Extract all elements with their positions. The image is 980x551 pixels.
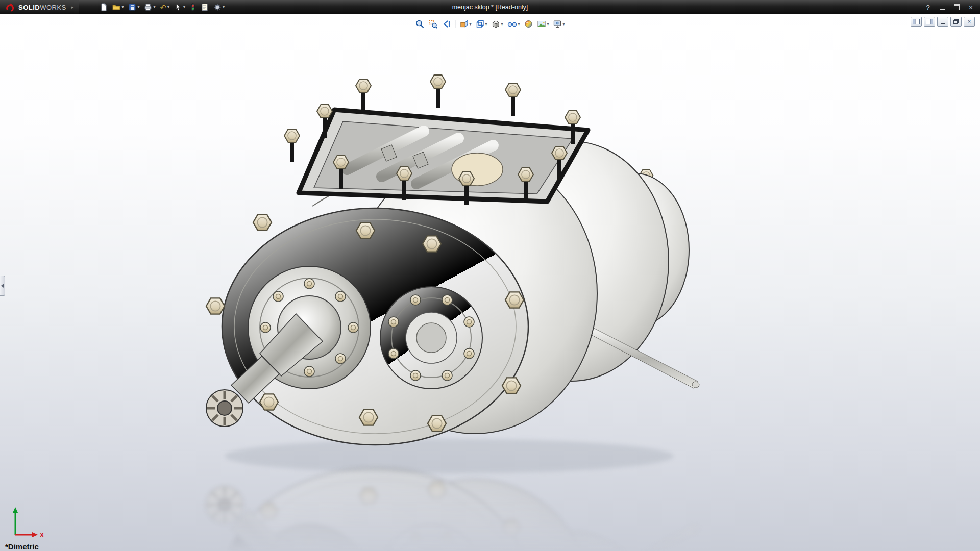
- minimize-document-icon: [941, 23, 945, 24]
- select-button[interactable]: ▾: [173, 1, 187, 13]
- model-reflection: [206, 468, 699, 551]
- zoom-to-fit-button[interactable]: [414, 19, 425, 29]
- display-style-icon: [491, 19, 500, 29]
- feature-manager-pane-icon: [913, 19, 920, 24]
- dassault-3ds-logo: [5, 3, 15, 12]
- view-orientation-icon: [475, 19, 484, 29]
- hide-show-items-icon: [507, 19, 518, 29]
- select-dropdown-caret[interactable]: ▾: [183, 5, 185, 9]
- zoom-to-area-button[interactable]: [427, 19, 438, 29]
- display-pane-button[interactable]: [924, 17, 935, 27]
- titlebar: SOLIDWORKS ▸ ▾ ▾: [0, 0, 980, 14]
- view-orientation-button[interactable]: ▾: [474, 19, 488, 29]
- display-style-caret[interactable]: ▾: [501, 22, 503, 27]
- main-toolbar: ▾ ▾ ▾ ↶ ▾ ▾: [98, 1, 226, 13]
- maximize-icon: [954, 4, 960, 10]
- brand-text-works: WORKS: [40, 4, 66, 11]
- document-title: menjac sklop * [Read-only]: [452, 4, 528, 11]
- gearbox-3d-model: [0, 14, 980, 551]
- rebuild-stoplight-icon: [190, 3, 196, 11]
- undo-button[interactable]: ↶ ▾: [158, 1, 171, 13]
- edit-appearance-button[interactable]: [523, 19, 534, 29]
- zoom-to-area-icon: [428, 19, 437, 29]
- apply-scene-caret[interactable]: ▾: [547, 22, 549, 27]
- heads-up-view-toolbar: ▾ ▾ ▾ ▾: [409, 17, 571, 31]
- restore-document-button[interactable]: [950, 17, 962, 27]
- undo-dropdown-caret[interactable]: ▾: [167, 5, 169, 9]
- options-button[interactable]: ▾: [212, 1, 226, 13]
- options-dropdown-caret[interactable]: ▾: [223, 5, 225, 9]
- zoom-to-fit-icon: [415, 19, 424, 29]
- panel-expand-arrow-icon: [1, 284, 4, 288]
- x-axis-label: X: [40, 532, 44, 539]
- hide-show-items-caret[interactable]: ▾: [518, 22, 520, 27]
- rebuild-button[interactable]: [188, 1, 198, 13]
- section-view-caret[interactable]: ▾: [469, 22, 471, 27]
- print-dropdown-caret[interactable]: ▾: [153, 5, 155, 9]
- undo-icon: ↶: [160, 4, 166, 11]
- new-document-button[interactable]: [98, 1, 109, 13]
- open-button[interactable]: ▾: [111, 1, 125, 13]
- apply-scene-button[interactable]: ▾: [536, 19, 550, 29]
- previous-view-button[interactable]: [440, 19, 452, 29]
- close-button[interactable]: ×: [965, 3, 977, 12]
- save-floppy-icon: [128, 3, 136, 11]
- previous-view-icon: [442, 19, 451, 29]
- view-settings-icon: [553, 19, 562, 29]
- help-button[interactable]: ?: [922, 3, 934, 12]
- display-pane-icon: [926, 19, 933, 24]
- app-brand: SOLIDWORKS ▸: [0, 0, 79, 14]
- minimize-button[interactable]: [936, 3, 948, 12]
- maximize-button[interactable]: [950, 3, 963, 12]
- minimize-document-button[interactable]: [937, 17, 948, 27]
- file-properties-icon: [201, 3, 209, 11]
- edit-appearance-icon: [524, 19, 533, 29]
- options-gear-icon: [213, 3, 222, 11]
- view-settings-caret[interactable]: ▾: [563, 22, 565, 27]
- print-button[interactable]: ▾: [142, 1, 157, 13]
- section-view-button[interactable]: ▾: [458, 19, 472, 29]
- display-style-button[interactable]: ▾: [490, 19, 504, 29]
- hide-show-items-button[interactable]: ▾: [506, 19, 521, 29]
- section-view-icon: [459, 19, 469, 29]
- open-dropdown-caret[interactable]: ▾: [121, 5, 124, 9]
- feature-manager-collapsed-tab[interactable]: [0, 276, 5, 296]
- file-properties-button[interactable]: [199, 1, 210, 13]
- view-settings-button[interactable]: ▾: [552, 19, 566, 29]
- open-folder-icon: [112, 3, 120, 11]
- reference-triad: X: [8, 503, 49, 540]
- graphics-viewport[interactable]: ▾ ▾ ▾ ▾: [0, 14, 980, 551]
- minimize-icon: [940, 9, 945, 10]
- print-icon: [144, 3, 152, 11]
- brand-expand-arrow-icon[interactable]: ▸: [71, 5, 74, 10]
- restore-document-icon: [953, 19, 959, 24]
- new-document-icon: [100, 3, 108, 11]
- document-window-controls: ×: [911, 17, 975, 27]
- save-button[interactable]: ▾: [127, 1, 141, 13]
- save-dropdown-caret[interactable]: ▾: [137, 5, 139, 9]
- x-axis-arrow: [32, 532, 38, 538]
- window-controls: ? ×: [922, 0, 977, 14]
- feature-manager-pane-button[interactable]: [911, 17, 922, 27]
- close-document-button[interactable]: ×: [964, 17, 975, 27]
- view-orientation-label: *Dimetric: [5, 542, 39, 551]
- brand-text-solid: SOLID: [18, 4, 40, 11]
- y-axis-arrow: [13, 507, 18, 513]
- view-orientation-caret[interactable]: ▾: [485, 22, 487, 27]
- select-cursor-icon: [174, 3, 182, 11]
- hud-separator: [455, 20, 455, 28]
- apply-scene-icon: [537, 19, 547, 29]
